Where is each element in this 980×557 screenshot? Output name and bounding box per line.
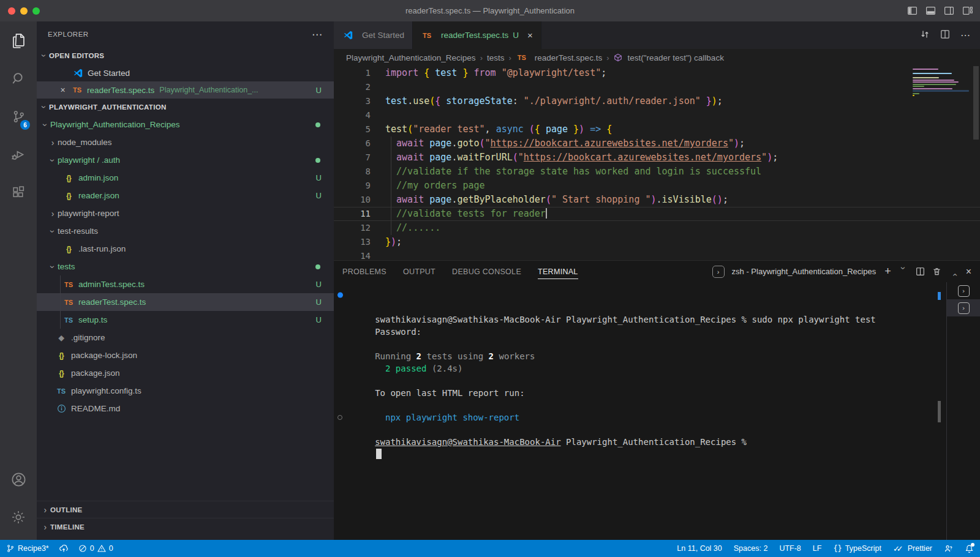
activity-search[interactable] xyxy=(0,61,37,99)
typescript-icon: TS xyxy=(62,316,75,324)
toggle-sidebar-icon[interactable] xyxy=(907,6,918,16)
typescript-test-icon: TS xyxy=(71,86,83,94)
split-editor-icon[interactable] xyxy=(940,29,950,42)
status-eol[interactable]: LF xyxy=(813,544,822,553)
tree-item[interactable]: {} .last-run.json xyxy=(37,240,334,258)
activity-extensions[interactable] xyxy=(0,174,37,212)
terminal-instance-item[interactable]: › xyxy=(947,299,980,316)
split-terminal-icon[interactable] xyxy=(916,267,925,276)
code-editor[interactable]: 1 import { test } from "@playwright/test… xyxy=(334,66,980,260)
tree-item[interactable]: TS adminTest.spec.ts U xyxy=(37,275,334,293)
code-line: 5 test("reader test", async ({ page }) =… xyxy=(334,122,980,136)
status-formatter[interactable]: ✓✓Prettier xyxy=(893,544,932,553)
breadcrumb-item[interactable]: test("reader test") callback xyxy=(613,53,723,62)
close-icon[interactable]: × xyxy=(527,30,533,40)
tree-item-label: playwright / .auth xyxy=(58,155,120,165)
sync-arrows-icon[interactable] xyxy=(920,29,930,42)
activity-account[interactable] xyxy=(0,462,37,499)
maximize-window-button[interactable] xyxy=(32,7,40,15)
status-notifications[interactable] xyxy=(965,544,974,553)
breadcrumb-item[interactable]: tests xyxy=(487,53,505,62)
tree-item[interactable]: › Playwright_Authentication_Recipes xyxy=(37,116,334,133)
tree-item[interactable]: ◆ .gitignore xyxy=(37,329,334,346)
panel-tab-output[interactable]: OUTPUT xyxy=(403,261,435,282)
editor-caret xyxy=(546,208,547,219)
tree-item[interactable]: {} reader.json U xyxy=(37,187,334,204)
activity-settings[interactable] xyxy=(0,499,37,537)
open-editor-item[interactable]: × TS readerTest.spec.ts Playwright_Authe… xyxy=(37,81,334,99)
tree-item[interactable]: TS playwright.config.ts xyxy=(37,382,334,400)
breadcrumb-item[interactable]: TSreaderTest.spec.ts xyxy=(516,53,602,62)
chevron-down-icon: › xyxy=(48,226,58,236)
panel-tab-bar: PROBLEMSOUTPUTDEBUG CONSOLETERMINAL › zs… xyxy=(334,261,980,282)
panel-tab-terminal[interactable]: TERMINAL xyxy=(538,261,578,282)
status-cursor-position[interactable]: Ln 11, Col 30 xyxy=(677,544,722,553)
settings-icon xyxy=(10,509,26,528)
chevron-right-icon: › xyxy=(48,209,58,219)
terminal[interactable]: swathikavisagn@Swathikas-MacBook-Air Pla… xyxy=(334,282,980,540)
close-icon[interactable]: × xyxy=(58,85,68,95)
customize-layout-icon[interactable] xyxy=(962,6,973,16)
activity-run-debug[interactable] xyxy=(0,136,37,174)
status-encoding[interactable]: UTF-8 xyxy=(779,544,801,553)
code-line: 1 import { test } from "@playwright/test… xyxy=(334,66,980,80)
kill-terminal-icon[interactable] xyxy=(932,267,941,276)
project-section-header[interactable]: › PLAYWRIGHT_AUTHENTICATION xyxy=(37,99,334,116)
tree-item[interactable]: {} admin.json U xyxy=(37,169,334,187)
editor-tab[interactable]: TSreaderTest.spec.ts U × xyxy=(413,21,541,49)
status-indentation[interactable]: Spaces: 2 xyxy=(734,544,768,553)
breadcrumb-item[interactable]: Playwright_Authentication_Recipes xyxy=(346,53,476,62)
activity-explorer[interactable] xyxy=(0,23,37,61)
minimap[interactable] xyxy=(913,69,969,99)
tree-item[interactable]: TS readerTest.spec.ts U xyxy=(37,293,334,311)
window-title: readerTest.spec.ts — Playwright_Authenti… xyxy=(0,6,980,15)
chevron-right-icon: › xyxy=(40,505,50,515)
tree-item-label: package.json xyxy=(71,368,120,378)
git-status-badge: U xyxy=(316,86,322,95)
vscode-window: readerTest.spec.ts — Playwright_Authenti… xyxy=(0,0,980,557)
status-branch[interactable]: Recipe3* xyxy=(6,544,49,553)
status-feedback[interactable] xyxy=(944,544,953,553)
tree-item[interactable]: TS setup.ts U xyxy=(37,311,334,329)
timeline-section[interactable]: › TIMELINE xyxy=(37,518,334,535)
panel-tab-debug-console[interactable]: DEBUG CONSOLE xyxy=(452,261,521,282)
tree-item[interactable]: › tests xyxy=(37,258,334,275)
status-language[interactable]: {}TypeScript xyxy=(833,544,881,553)
tree-item[interactable]: › playwright-report xyxy=(37,204,334,222)
tree-item[interactable]: {} package.json xyxy=(37,364,334,382)
tree-item[interactable]: › test-results xyxy=(37,222,334,240)
indent-guide xyxy=(391,136,391,235)
new-terminal-icon[interactable]: + xyxy=(884,265,891,278)
chevron-right-icon: › xyxy=(48,138,58,148)
tree-item[interactable]: {} package-lock.json xyxy=(37,346,334,364)
close-panel-icon[interactable]: × xyxy=(966,266,971,277)
status-problems[interactable]: 00 xyxy=(78,544,113,553)
terminal-instance-item[interactable]: › xyxy=(947,282,980,299)
line-number: 6 xyxy=(334,136,371,151)
activity-source-control[interactable]: 6 xyxy=(0,99,37,136)
tree-item[interactable]: › playwright / .auth xyxy=(37,151,334,169)
open-editors-header[interactable]: › OPEN EDITORS xyxy=(37,47,334,64)
tree-item[interactable]: README.md xyxy=(37,400,334,417)
breadcrumbs: Playwright_Authentication_Recipes›tests›… xyxy=(334,49,980,66)
status-cloud-upload[interactable] xyxy=(59,544,69,553)
minimize-window-button[interactable] xyxy=(20,7,28,15)
editor-scrollbar[interactable] xyxy=(971,66,980,260)
toggle-panel-icon[interactable] xyxy=(925,6,936,16)
tree-item-label: package-lock.json xyxy=(71,351,137,360)
close-window-button[interactable] xyxy=(8,7,15,15)
terminal-selector[interactable]: zsh - Playwright_Authentication_Recipes xyxy=(732,267,876,276)
editor-tab[interactable]: Get Started xyxy=(334,21,413,49)
outline-section[interactable]: › OUTLINE xyxy=(37,501,334,518)
terminal-scrollbar[interactable] xyxy=(938,401,941,422)
panel-tab-problems[interactable]: PROBLEMS xyxy=(342,261,386,282)
editor-tab-bar: Get Started TSreaderTest.spec.ts U × ⋯ xyxy=(334,21,980,49)
explorer-more-actions-icon[interactable]: ⋯ xyxy=(312,28,323,41)
open-editor-item[interactable]: Get Started xyxy=(37,64,334,81)
toggle-secondary-sidebar-icon[interactable] xyxy=(944,6,954,16)
tree-item[interactable]: › node_modules xyxy=(37,133,334,151)
code-line: 11 //validate tests for reader xyxy=(334,207,980,221)
maximize-panel-icon[interactable]: › xyxy=(948,267,959,277)
terminal-dropdown-icon[interactable]: › xyxy=(898,267,908,277)
more-actions-icon[interactable]: ⋯ xyxy=(960,29,970,41)
